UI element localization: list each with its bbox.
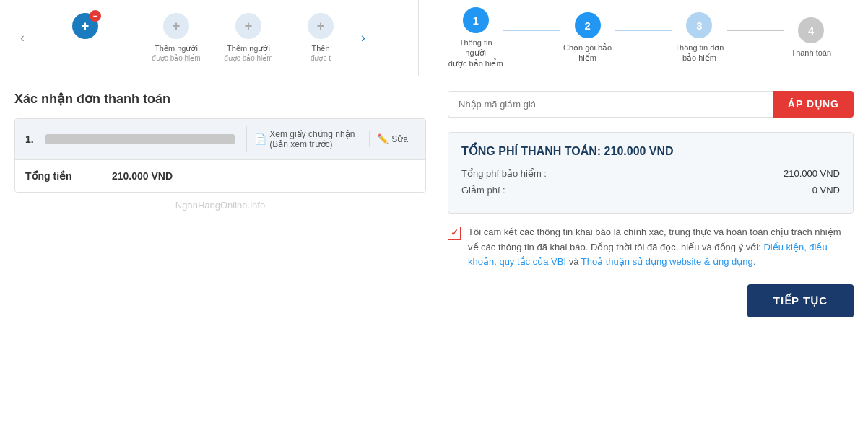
step-icon-1: + — [82, 19, 90, 34]
view-cert-label: Xem giấy chứng nhận(Bản xem trước) — [269, 129, 355, 149]
person-step-2[interactable]: + Thêm người được bảo hiểm — [147, 13, 205, 62]
prog-label-2: Chọn gói bảohiểm — [563, 43, 612, 63]
promo-input[interactable] — [448, 91, 773, 118]
step-label-2: Thêm người — [155, 43, 198, 53]
promo-button[interactable]: ÁP DỤNG — [773, 91, 854, 118]
total-payment-box: TỔNG PHÍ THANH TOÁN: 210.000 VND Tổng ph… — [448, 132, 854, 214]
commitment-checkbox[interactable] — [448, 227, 461, 240]
prog-label-3: Thông tin đơnbảo hiểm — [674, 43, 724, 63]
edit-button[interactable]: ✏️ Sửa — [369, 131, 415, 147]
step-circle-3: + — [235, 13, 261, 39]
payment-value-2: 0 VND — [812, 185, 840, 196]
prog-circle-2: 2 — [575, 12, 601, 38]
edit-label: Sửa — [391, 134, 408, 144]
prog-label-1: Thông tin ngườiđược bảo hiểm — [448, 38, 503, 69]
prog-step-2: 2 Chọn gói bảohiểm — [560, 12, 615, 63]
edit-icon: ✏️ — [377, 133, 389, 144]
person-steps-section: ‹ + − + Thêm người được bảo hiểm + Thêm — [0, 0, 419, 76]
person-step-1[interactable]: + − — [38, 13, 133, 45]
total-payment-title: TỔNG PHÍ THANH TOÁN: 210.000 VND — [461, 144, 840, 158]
step-label-4: Thên — [311, 43, 329, 53]
prog-num-3: 3 — [696, 19, 702, 32]
payment-label-1: Tổng phí bảo hiểm : — [461, 168, 547, 179]
promo-row: ÁP DỤNG — [448, 91, 854, 118]
prog-step-1: 1 Thông tin ngườiđược bảo hiểm — [448, 7, 503, 69]
prog-line-2 — [615, 30, 671, 31]
commitment-text: Tôi cam kết các thông tin khai báo là ch… — [468, 225, 854, 270]
prog-circle-4: 4 — [798, 17, 824, 43]
step-sublabel-2: được bảo hiểm — [152, 54, 200, 63]
payment-line-2: Giảm phí : 0 VND — [461, 185, 840, 196]
total-value: 210.000 VND — [112, 170, 173, 182]
section-title: Xác nhận đơn thanh toán — [14, 91, 426, 107]
right-panel: ÁP DỤNG TỔNG PHÍ THANH TOÁN: 210.000 VND… — [448, 91, 854, 317]
step-sublabel-4: được t — [311, 54, 331, 63]
step-badge-1: − — [90, 10, 101, 22]
step-circle-1: + − — [72, 13, 98, 39]
prog-label-4: Thanh toán — [791, 48, 831, 58]
person-card-num: 1. — [25, 133, 34, 145]
person-card-header: 1. 📄 Xem giấy chứng nhận(Bản xem trước) … — [15, 119, 425, 159]
view-cert-button[interactable]: 📄 Xem giấy chứng nhận(Bản xem trước) — [246, 126, 362, 152]
next-button[interactable]: › — [355, 27, 371, 48]
prog-step-3: 3 Thông tin đơnbảo hiểm — [672, 12, 727, 63]
main-content: Xác nhận đơn thanh toán 1. 📄 Xem giấy ch… — [0, 76, 868, 332]
prog-num-4: 4 — [808, 25, 814, 37]
person-steps-list: + − + Thêm người được bảo hiểm + Thêm ng… — [38, 13, 350, 62]
commitment-row: Tôi cam kết các thông tin khai báo là ch… — [448, 225, 854, 270]
person-step-3[interactable]: + Thêm người được bảo hiểm — [220, 13, 277, 62]
payment-line-1: Tổng phí bảo hiểm : 210.000 VND — [461, 168, 840, 179]
total-row: Tổng tiền 210.000 VND — [15, 159, 425, 192]
prog-num-1: 1 — [473, 14, 479, 27]
total-label: Tổng tiền — [25, 170, 112, 182]
payment-label-2: Giảm phí : — [461, 185, 505, 196]
prog-step-4: 4 Thanh toán — [784, 17, 839, 58]
document-icon: 📄 — [254, 133, 266, 145]
continue-button[interactable]: TIẾP TỤC — [747, 284, 854, 317]
step-label-3: Thêm người — [227, 43, 270, 53]
prog-line-1 — [503, 30, 559, 31]
top-nav: ‹ + − + Thêm người được bảo hiểm + Thêm — [0, 0, 868, 76]
prog-num-2: 2 — [584, 19, 590, 32]
prog-circle-3: 3 — [686, 12, 712, 38]
commitment-and: và — [566, 256, 581, 267]
left-panel: Xác nhận đơn thanh toán 1. 📄 Xem giấy ch… — [14, 91, 426, 317]
person-name-blurred — [45, 134, 235, 144]
prog-circle-1: 1 — [463, 7, 489, 33]
step-circle-2: + — [163, 13, 189, 39]
prev-button[interactable]: ‹ — [14, 27, 30, 48]
commitment-link-2[interactable]: Thoả thuận sử dụng website & ứng dụng. — [581, 256, 756, 267]
step-circle-4: + — [308, 13, 334, 39]
step-sublabel-3: được bảo hiểm — [224, 54, 272, 63]
progress-steps-list: 1 Thông tin ngườiđược bảo hiểm 2 Chọn gó… — [448, 7, 839, 69]
payment-value-1: 210.000 VND — [784, 168, 840, 179]
prog-line-3 — [727, 30, 783, 31]
watermark: NganHangOnline.info — [14, 200, 426, 211]
person-card: 1. 📄 Xem giấy chứng nhận(Bản xem trước) … — [14, 118, 426, 193]
progress-steps-section: 1 Thông tin ngườiđược bảo hiểm 2 Chọn gó… — [419, 0, 868, 76]
person-step-4[interactable]: + Thên được t — [292, 13, 350, 62]
